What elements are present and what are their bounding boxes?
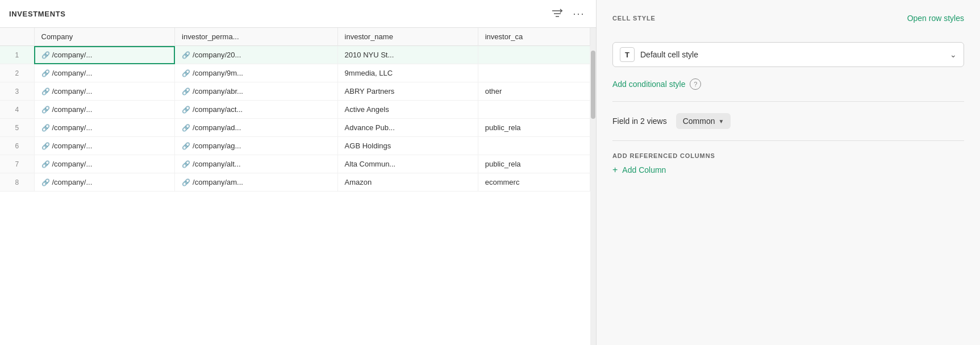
- column-header-company[interactable]: Company: [34, 28, 175, 46]
- column-header-investor-name[interactable]: investor_name: [337, 28, 478, 46]
- vertical-scrollbar[interactable]: [590, 28, 596, 345]
- add-conditional-label[interactable]: Add conditional style: [612, 80, 685, 89]
- row-number-header: [0, 28, 34, 46]
- field-views-row: Field in 2 views Common ▼: [612, 113, 964, 129]
- cell-investor-ca[interactable]: public_rela: [478, 119, 590, 137]
- cell-company[interactable]: 🔗 /company/...: [34, 119, 175, 137]
- chevron-down-icon: ⌄: [950, 50, 957, 59]
- table-header-row: Company investor_perma... investor_name …: [0, 28, 590, 46]
- row-number: 5: [0, 119, 34, 137]
- open-row-styles-link[interactable]: Open row styles: [907, 14, 964, 23]
- right-panel: CELL STYLE Open row styles T Default cel…: [597, 0, 980, 345]
- cell-company[interactable]: 🔗 /company/...: [34, 173, 175, 192]
- link-icon: 🔗: [182, 124, 190, 132]
- table-row[interactable]: 2 🔗 /company/... 🔗 /company/9m...: [0, 64, 590, 82]
- link-icon: 🔗: [41, 51, 50, 59]
- cell-investor-perma[interactable]: 🔗 /company/ag...: [175, 137, 338, 155]
- link-icon: 🔗: [41, 142, 50, 150]
- table-toolbar: ···: [549, 6, 587, 22]
- link-icon: 🔗: [41, 160, 50, 168]
- table-row[interactable]: 5 🔗 /company/... 🔗 /company/ad...: [0, 119, 590, 137]
- add-column-label: Add Column: [622, 165, 666, 174]
- cell-investor-name[interactable]: ABRY Partners: [337, 82, 478, 101]
- cell-company[interactable]: 🔗 /company/...: [34, 64, 175, 82]
- cell-investor-ca[interactable]: other: [478, 82, 590, 101]
- cell-investor-ca[interactable]: [478, 137, 590, 155]
- row-number: 1: [0, 46, 34, 64]
- cell-investor-perma[interactable]: 🔗 /company/am...: [175, 173, 338, 192]
- cell-investor-ca[interactable]: [478, 46, 590, 64]
- row-number: 6: [0, 137, 34, 155]
- row-number: 4: [0, 101, 34, 119]
- scroll-thumb[interactable]: [591, 51, 595, 119]
- cell-company[interactable]: 🔗 /company/...: [34, 82, 175, 101]
- link-icon: 🔗: [182, 51, 190, 59]
- cell-investor-ca[interactable]: [478, 64, 590, 82]
- table-row[interactable]: 3 🔗 /company/... 🔗 /company/abr...: [0, 82, 590, 101]
- cell-company[interactable]: 🔗 /company/...: [34, 137, 175, 155]
- more-options-icon[interactable]: ···: [571, 6, 587, 22]
- table-panel: INVESTMENTS ··· Company: [0, 0, 597, 345]
- add-referenced-columns-title: ADD REFERENCED COLUMNS: [612, 152, 964, 159]
- table-row[interactable]: 1 🔗 /company/... 🔗 /company/20...: [0, 46, 590, 64]
- help-icon[interactable]: ?: [690, 78, 701, 90]
- cell-style-label: CELL STYLE: [612, 15, 656, 22]
- cell-investor-name[interactable]: Advance Pub...: [337, 119, 478, 137]
- cell-investor-ca[interactable]: [478, 101, 590, 119]
- table-header-bar: INVESTMENTS ···: [0, 0, 596, 28]
- cell-investor-ca[interactable]: public_rela: [478, 155, 590, 173]
- cell-investor-perma[interactable]: 🔗 /company/9m...: [175, 64, 338, 82]
- column-header-investor-ca[interactable]: investor_ca: [478, 28, 590, 46]
- table-row[interactable]: 4 🔗 /company/... 🔗 /company/act...: [0, 101, 590, 119]
- cell-investor-name[interactable]: AGB Holdings: [337, 137, 478, 155]
- link-icon: 🔗: [41, 88, 50, 95]
- cell-investor-ca[interactable]: ecommerc: [478, 173, 590, 192]
- link-icon: 🔗: [41, 106, 50, 114]
- add-column-button[interactable]: + Add Column: [612, 165, 964, 175]
- cell-style-t-icon: T: [620, 47, 635, 62]
- cell-investor-perma[interactable]: 🔗 /company/20...: [175, 46, 338, 64]
- divider-2: [612, 140, 964, 141]
- cell-investor-perma[interactable]: 🔗 /company/act...: [175, 101, 338, 119]
- chevron-down-icon: ▼: [719, 118, 724, 124]
- table-row[interactable]: 7 🔗 /company/... 🔗 /company/alt...: [0, 155, 590, 173]
- common-dropdown[interactable]: Common ▼: [676, 113, 731, 129]
- cell-investor-name[interactable]: 9mmedia, LLC: [337, 64, 478, 82]
- link-icon: 🔗: [182, 69, 190, 77]
- divider: [612, 101, 964, 102]
- link-icon: 🔗: [41, 124, 50, 132]
- cell-company[interactable]: 🔗 /company/...: [34, 155, 175, 173]
- cell-investor-name[interactable]: 2010 NYU St...: [337, 46, 478, 64]
- common-label: Common: [683, 117, 715, 126]
- cell-company[interactable]: 🔗 /company/...: [34, 101, 175, 119]
- link-icon: 🔗: [182, 88, 190, 95]
- cell-investor-name[interactable]: Alta Commun...: [337, 155, 478, 173]
- cell-investor-perma[interactable]: 🔗 /company/abr...: [175, 82, 338, 101]
- link-icon: 🔗: [41, 69, 50, 77]
- plus-icon: +: [612, 165, 618, 175]
- row-number: 8: [0, 173, 34, 192]
- add-conditional-style[interactable]: Add conditional style ?: [612, 78, 964, 90]
- row-number: 3: [0, 82, 34, 101]
- link-icon: 🔗: [41, 178, 50, 186]
- table-title: INVESTMENTS: [9, 10, 66, 18]
- cell-investor-perma[interactable]: 🔗 /company/ad...: [175, 119, 338, 137]
- cell-style-header: CELL STYLE Open row styles: [612, 14, 964, 23]
- link-icon: 🔗: [182, 106, 190, 114]
- cell-style-label-text: Default cell style: [640, 50, 944, 59]
- row-number: 2: [0, 64, 34, 82]
- cell-investor-name[interactable]: Amazon: [337, 173, 478, 192]
- cell-style-dropdown[interactable]: T Default cell style ⌄: [612, 42, 964, 67]
- field-views-text: Field in 2 views: [612, 117, 667, 126]
- row-number: 7: [0, 155, 34, 173]
- cell-investor-perma[interactable]: 🔗 /company/alt...: [175, 155, 338, 173]
- cell-investor-name[interactable]: Active Angels: [337, 101, 478, 119]
- link-icon: 🔗: [182, 160, 190, 168]
- table-row[interactable]: 8 🔗 /company/... 🔗 /company/am...: [0, 173, 590, 192]
- table-row[interactable]: 6 🔗 /company/... 🔗 /company/ag...: [0, 137, 590, 155]
- data-table: Company investor_perma... investor_name …: [0, 28, 590, 345]
- filter-sort-icon[interactable]: [549, 6, 565, 22]
- link-icon: 🔗: [182, 142, 190, 150]
- cell-company[interactable]: 🔗 /company/...: [34, 46, 175, 64]
- column-header-investor-perma[interactable]: investor_perma...: [175, 28, 338, 46]
